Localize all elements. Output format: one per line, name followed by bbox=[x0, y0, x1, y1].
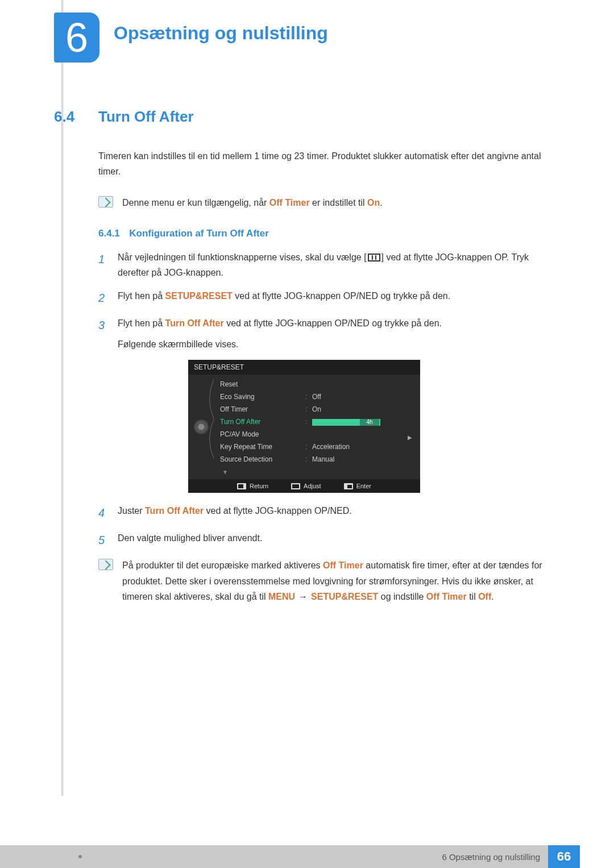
osd-bracket bbox=[205, 379, 217, 459]
step-5: 5 Den valgte mulighed bliver anvendt. bbox=[98, 530, 554, 550]
chevron-right-icon: ▶ bbox=[408, 434, 412, 441]
osd-label: Turn Off After bbox=[220, 418, 305, 426]
step-body: Juster Turn Off After ved at flytte JOG-… bbox=[118, 503, 554, 522]
step-4: 4 Juster Turn Off After ved at flytte JO… bbox=[98, 503, 554, 522]
step1-a: Når vejledningen til funktionsknapperne … bbox=[118, 252, 367, 262]
note-mid: er indstillet til bbox=[310, 198, 367, 207]
osd-label: Off Timer bbox=[220, 405, 305, 413]
osd-row-keyrepeat: Key Repeat Time : Acceleration bbox=[220, 441, 414, 453]
osd-icon-column bbox=[188, 375, 214, 479]
osd-value: Acceleration bbox=[312, 443, 414, 451]
step-number: 3 bbox=[98, 315, 109, 352]
note-text: På produkter til det europæiske marked a… bbox=[122, 558, 554, 604]
osd-row-reset: Reset bbox=[220, 378, 414, 391]
step-body: Når vejledningen til funktionsknapperne … bbox=[118, 250, 554, 280]
section-intro: Timeren kan indstilles til en tid mellem… bbox=[98, 148, 554, 179]
step-1: 1 Når vejledningen til funktionsknappern… bbox=[98, 250, 554, 280]
arrow-right-icon: → bbox=[298, 589, 308, 604]
subsection-heading: 6.4.1 Konfiguration af Turn Off After bbox=[98, 228, 554, 239]
step-2: 2 Flyt hen på SETUP&RESET ved at flytte … bbox=[98, 288, 554, 308]
chapter-title: Opsætning og nulstilling bbox=[114, 23, 328, 44]
step3-strong: Turn Off After bbox=[165, 318, 224, 328]
step-number: 5 bbox=[98, 530, 109, 550]
n2-s4: Off Timer bbox=[426, 592, 467, 601]
step3-c: ved at flytte JOG-knappen OP/NED og tryk… bbox=[224, 318, 442, 328]
footer-dot bbox=[78, 855, 82, 858]
subsection-number: 6.4.1 bbox=[98, 228, 120, 239]
osd-value: On bbox=[312, 405, 414, 413]
chevron-down-icon: ▼ bbox=[220, 469, 228, 475]
step2-c: ved at flytte JOG-knappen OP/NED og tryk… bbox=[233, 291, 450, 301]
osd-footer-enter-label: Enter bbox=[356, 483, 371, 489]
note-strong-on: On bbox=[367, 198, 380, 207]
step-list: 1 Når vejledningen til funktionsknappern… bbox=[98, 250, 554, 352]
osd-footer: Return Adjust Enter bbox=[188, 479, 420, 493]
menu-icon bbox=[368, 254, 380, 261]
note-post: . bbox=[380, 198, 382, 207]
osd-label: Eco Saving bbox=[220, 393, 305, 401]
osd-footer-enter: Enter bbox=[344, 483, 371, 489]
osd-footer-return: Return bbox=[237, 483, 268, 489]
osd-screenshot: SETUP&RESET Reset Eco Saving : Off Off T… bbox=[188, 360, 420, 493]
osd-colon: : bbox=[305, 405, 312, 413]
osd-label: PC/AV Mode bbox=[220, 430, 305, 438]
osd-value: Manual bbox=[312, 455, 414, 463]
osd-value: Off bbox=[312, 393, 414, 401]
step-list-cont: 4 Juster Turn Off After ved at flytte JO… bbox=[98, 503, 554, 550]
n2-t3: og indstille bbox=[378, 592, 426, 601]
step-number: 2 bbox=[98, 288, 109, 308]
n2-s5: Off bbox=[478, 592, 491, 601]
section-heading: 6.4 Turn Off After bbox=[54, 108, 554, 126]
step-3: 3 Flyt hen på Turn Off After ved at flyt… bbox=[98, 315, 554, 352]
osd-slider-value: 4h bbox=[360, 419, 379, 426]
step-number: 4 bbox=[98, 503, 109, 522]
note-icon bbox=[98, 559, 113, 570]
n2-t5: . bbox=[491, 592, 493, 601]
n2-s1: Off Timer bbox=[323, 560, 363, 570]
osd-row-offtimer: Off Timer : On bbox=[220, 403, 414, 416]
osd-body: Reset Eco Saving : Off Off Timer : On Tu… bbox=[188, 375, 420, 479]
note-icon bbox=[98, 196, 113, 207]
osd-label: Key Repeat Time bbox=[220, 443, 305, 451]
step-number: 1 bbox=[98, 250, 109, 280]
step3-a: Flyt hen på bbox=[118, 318, 165, 328]
enter-icon bbox=[344, 483, 353, 489]
page-number: 66 bbox=[548, 845, 580, 868]
page-footer: 6 Opsætning og nulstilling 66 bbox=[0, 845, 614, 868]
adjust-icon bbox=[291, 483, 300, 489]
chapter-tab: 6 bbox=[54, 13, 99, 63]
note-pre: Denne menu er kun tilgængelig, når bbox=[122, 198, 269, 207]
footer-bar: 6 Opsætning og nulstilling bbox=[0, 845, 548, 868]
step2-strong: SETUP&RESET bbox=[165, 291, 233, 301]
step2-a: Flyt hen på bbox=[118, 291, 165, 301]
step-body: Flyt hen på Turn Off After ved at flytte… bbox=[118, 315, 554, 352]
n2-s2: MENU bbox=[268, 592, 295, 601]
chapter-number: 6 bbox=[65, 14, 88, 61]
note-strong-offtimer: Off Timer bbox=[269, 198, 310, 207]
n2-t1: På produkter til det europæiske marked a… bbox=[122, 560, 323, 570]
footer-stub bbox=[580, 845, 614, 868]
step-body: Flyt hen på SETUP&RESET ved at flytte JO… bbox=[118, 288, 554, 308]
osd-slider: 4h bbox=[312, 419, 380, 426]
osd-row-eco: Eco Saving : Off bbox=[220, 391, 414, 403]
content-area: 6.4 Turn Off After Timeren kan indstille… bbox=[54, 108, 554, 621]
note-text: Denne menu er kun tilgængelig, når Off T… bbox=[122, 195, 383, 210]
return-icon bbox=[237, 483, 246, 489]
osd-colon: : bbox=[305, 443, 312, 451]
subsection-title: Konfiguration af Turn Off After bbox=[129, 228, 269, 239]
osd-footer-return-label: Return bbox=[250, 483, 268, 489]
osd-colon: : bbox=[305, 455, 312, 463]
osd-row-turnoffafter: Turn Off After : 4h bbox=[220, 416, 414, 428]
step3-d: Følgende skærmbillede vises. bbox=[118, 337, 554, 352]
n2-s3: SETUP&RESET bbox=[311, 592, 378, 601]
note-eu: På produkter til det europæiske marked a… bbox=[98, 558, 554, 604]
section-number: 6.4 bbox=[54, 108, 82, 126]
osd-list: Reset Eco Saving : Off Off Timer : On Tu… bbox=[214, 375, 420, 479]
osd-row-sourcedetection: Source Detection : Manual bbox=[220, 453, 414, 466]
step4-c: ved at flytte JOG-knappen OP/NED. bbox=[204, 506, 352, 516]
osd-value: 4h bbox=[312, 418, 414, 426]
footer-chapter-label: 6 Opsætning og nulstilling bbox=[442, 852, 540, 862]
step4-strong: Turn Off After bbox=[145, 506, 204, 516]
osd-label: Source Detection bbox=[220, 455, 305, 463]
osd-row-down: ▼ bbox=[220, 466, 414, 478]
